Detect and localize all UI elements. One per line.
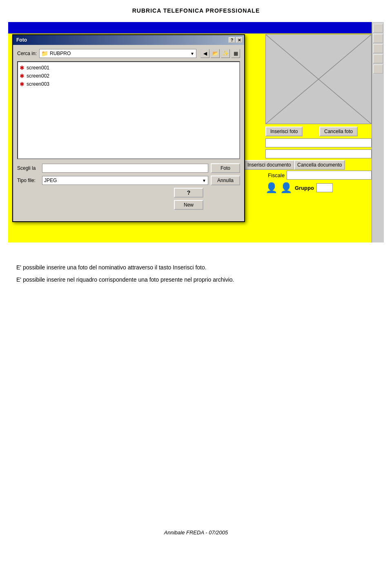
app-titlebar (8, 22, 384, 33)
description-line2: E' possibile inserire nel riquadro corri… (16, 275, 376, 284)
cerca-label: Cerca in: (17, 51, 37, 56)
cerca-toolbar: ◀ 📂 ✨ ▦ (200, 49, 240, 58)
dialog-title: Foto (15, 37, 27, 43)
scegli-label: Scegli la (17, 165, 40, 171)
fiscale-input[interactable] (287, 171, 372, 180)
new-button[interactable]: New (174, 200, 203, 210)
tipo-combo-arrow-icon: ▼ (202, 178, 206, 183)
right-strip (372, 22, 384, 242)
strip-btn-5[interactable] (373, 64, 383, 73)
field-right-1[interactable] (265, 138, 372, 147)
combo-arrow-icon: ▼ (190, 51, 194, 56)
gruppo-row: 👤 👤 Gruppo (265, 182, 333, 193)
dialog-title-buttons: ? ✕ (229, 37, 243, 43)
file-name-3: screen003 (27, 81, 49, 87)
cerca-row: Cerca in: 📁 RUBPRO ▼ ◀ 📂 ✨ ▦ (17, 49, 240, 58)
tipo-row: Tipo file: JPEG ▼ Annulla (17, 176, 240, 185)
toolbar-up-button[interactable]: 📂 (211, 49, 220, 58)
scegli-row: Scegli la Foto (17, 163, 240, 173)
file-icon-3: ✱ (20, 81, 24, 87)
file-icon-2: ✱ (20, 73, 24, 79)
dialog-body: Cerca in: 📁 RUBPRO ▼ ◀ 📂 ✨ ▦ ✱ screen001 (13, 45, 244, 214)
question-button[interactable]: ? (174, 188, 203, 198)
strip-btn-2[interactable] (373, 34, 383, 43)
file-name-1: screen001 (27, 65, 49, 71)
dialog-close-button[interactable]: ✕ (236, 37, 243, 43)
page-title: RUBRICA TELEFONICA PROFESSIONALE (0, 0, 392, 18)
group-person-icon-1: 👤 (265, 182, 278, 193)
strip-btn-1[interactable] (373, 24, 383, 33)
annulla-button[interactable]: Annulla (211, 176, 240, 185)
cancella-foto-button[interactable]: Cancella foto (319, 127, 358, 136)
toolbar-view-button[interactable]: ▦ (231, 49, 240, 58)
description-line1: E' possibile inserire una foto del nomin… (16, 263, 376, 272)
dialog-titlebar: Foto ? ✕ (13, 35, 244, 45)
group-person-icon-2: 👤 (280, 182, 292, 193)
toolbar-newfolder-button[interactable]: ✨ (221, 49, 230, 58)
new-button-row: New (17, 200, 240, 210)
inserisci-documento-button[interactable]: Inserisci documento (244, 160, 294, 170)
dialog-bottom-row: ? (17, 188, 240, 198)
scegli-input[interactable] (42, 164, 208, 173)
footer: Annibale FREDA - 07/2005 (0, 529, 392, 536)
tipo-combo[interactable]: JPEG ▼ (42, 176, 208, 185)
file-icon-1: ✱ (20, 64, 24, 71)
strip-btn-4[interactable] (373, 54, 383, 63)
screenshot-area: Inserisci foto Cancella foto Inserisci d… (8, 22, 384, 251)
list-item[interactable]: ✱ screen001 (20, 64, 238, 72)
cerca-combo[interactable]: 📁 RUBPRO ▼ (39, 49, 196, 58)
description-area: E' possibile inserire una foto del nomin… (16, 263, 376, 285)
strip-btn-3[interactable] (373, 44, 383, 53)
photo-placeholder (265, 34, 372, 124)
list-item[interactable]: ✱ screen003 (20, 80, 238, 88)
file-list[interactable]: ✱ screen001 ✱ screen002 ✱ screen003 (17, 61, 240, 159)
tipo-label: Tipo file: (17, 178, 40, 183)
foto-button[interactable]: Foto (211, 163, 240, 173)
inserisci-foto-button[interactable]: Inserisci foto (265, 127, 303, 136)
dialog-help-button[interactable]: ? (229, 37, 235, 43)
foto-dialog: Foto ? ✕ Cerca in: 📁 RUBPRO ▼ ◀ 📂 ✨ (12, 34, 245, 222)
list-item[interactable]: ✱ screen002 (20, 72, 238, 80)
gruppo-input[interactable] (316, 183, 333, 192)
fiscale-label: Fiscale (268, 172, 285, 178)
tipo-value: JPEG (44, 178, 57, 183)
cancella-documento-button[interactable]: Cancella documento (294, 160, 345, 170)
file-name-2: screen002 (27, 73, 49, 79)
folder-name: RUBPRO (50, 51, 71, 56)
field-right-2[interactable] (265, 149, 372, 158)
gruppo-label: Gruppo (295, 185, 314, 191)
toolbar-back-button[interactable]: ◀ (200, 49, 209, 58)
folder-icon: 📁 (41, 50, 48, 57)
